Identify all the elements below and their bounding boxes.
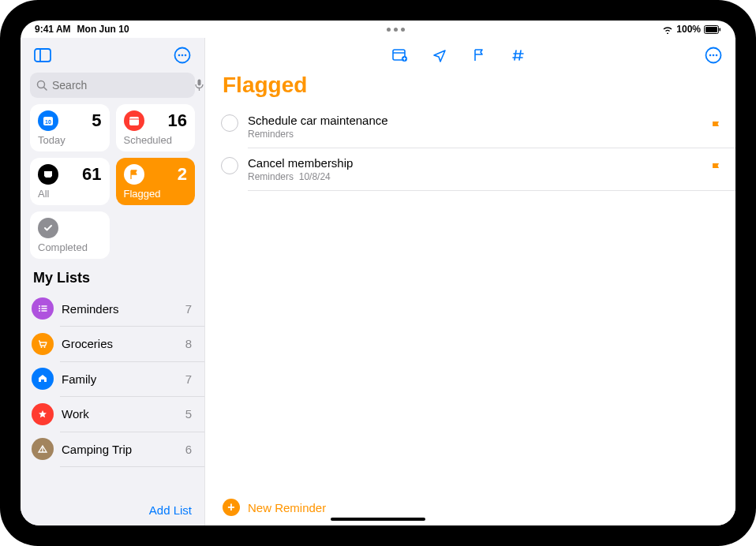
svg-point-17 — [39, 305, 40, 307]
flagged-count: 2 — [178, 164, 187, 185]
calendar-add-icon[interactable] — [389, 44, 411, 66]
svg-text:10: 10 — [45, 119, 51, 125]
svg-point-30 — [709, 54, 712, 57]
new-reminder-label: New Reminder — [248, 501, 326, 514]
inbox-icon — [38, 164, 58, 185]
flag-icon — [124, 164, 144, 185]
list-item[interactable]: Family 7 — [21, 361, 204, 396]
cart-icon — [32, 333, 54, 355]
flagged-label: Flagged — [124, 188, 188, 200]
multitask-dots[interactable] — [384, 28, 408, 32]
list-name: Family — [62, 372, 178, 386]
sidebar-toggle-button[interactable] — [32, 44, 54, 66]
page-title: Flagged — [205, 69, 735, 106]
plus-icon: + — [223, 499, 240, 516]
smart-list-flagged[interactable]: 2 Flagged — [116, 158, 196, 205]
battery-percent: 100% — [676, 24, 701, 35]
search-icon — [36, 80, 47, 91]
list-name: Camping Trip — [62, 443, 178, 456]
svg-point-32 — [716, 54, 718, 57]
list-count: 6 — [185, 443, 192, 456]
status-bar: 9:41 AM Mon Jun 10 100% — [21, 21, 735, 38]
sidebar: 10 5 Today 16 Scheduled — [21, 38, 205, 525]
flag-icon — [710, 121, 721, 133]
reminder-title: Cancel membership — [248, 156, 701, 170]
reminder-checkbox[interactable] — [221, 114, 238, 132]
tent-icon — [32, 438, 54, 460]
mic-icon[interactable] — [195, 79, 204, 92]
list-count: 5 — [185, 407, 192, 421]
search-input[interactable] — [52, 79, 190, 92]
battery-icon — [704, 25, 721, 34]
flag-icon — [710, 163, 721, 175]
status-time: 9:41 AM — [35, 24, 71, 35]
sidebar-more-button[interactable] — [171, 44, 193, 66]
today-label: Today — [38, 134, 102, 146]
reminder-row[interactable]: Schedule car maintenance Reminders — [205, 106, 735, 148]
all-label: All — [38, 188, 102, 200]
svg-rect-3 — [35, 49, 51, 62]
flag-toolbar-icon[interactable] — [468, 44, 490, 66]
reminders-list: Schedule car maintenance Reminders — [205, 106, 735, 489]
svg-rect-1 — [705, 27, 717, 32]
svg-line-10 — [44, 88, 47, 91]
main-panel: Flagged Schedule car maintenance Reminde… — [205, 38, 735, 525]
reminder-checkbox[interactable] — [221, 157, 238, 174]
smart-list-scheduled[interactable]: 16 Scheduled — [116, 104, 196, 151]
list-count: 7 — [185, 302, 192, 316]
my-lists-header: My Lists — [21, 259, 204, 291]
svg-point-6 — [178, 54, 181, 57]
reminder-subtitle: Reminders — [248, 129, 701, 140]
svg-point-7 — [182, 54, 184, 57]
list-name: Work — [62, 407, 178, 421]
svg-rect-11 — [198, 80, 201, 86]
calendar-icon — [124, 110, 144, 131]
smart-list-completed[interactable]: Completed — [30, 211, 110, 259]
list-count: 8 — [185, 337, 192, 350]
reminder-title: Schedule car maintenance — [248, 114, 701, 127]
status-date: Mon Jun 10 — [77, 24, 129, 35]
list-count: 7 — [185, 372, 192, 386]
add-list-button[interactable]: Add List — [149, 503, 192, 517]
location-icon[interactable] — [429, 44, 451, 66]
svg-point-19 — [39, 308, 40, 309]
svg-point-23 — [41, 346, 43, 348]
list-item[interactable]: Camping Trip 6 — [21, 432, 204, 466]
scheduled-label: Scheduled — [124, 134, 188, 146]
smart-list-all[interactable]: 61 All — [30, 158, 110, 205]
svg-point-31 — [713, 54, 715, 57]
checkmark-icon — [38, 218, 58, 238]
home-indicator[interactable] — [331, 518, 425, 521]
list-item[interactable]: Reminders 7 — [21, 291, 204, 326]
reminder-row[interactable]: Cancel membership Reminders 10/8/24 — [205, 148, 735, 190]
smart-list-today[interactable]: 10 5 Today — [30, 104, 110, 151]
house-icon — [32, 368, 54, 390]
calendar-today-icon: 10 — [38, 110, 58, 131]
list-item[interactable]: Groceries 8 — [21, 327, 204, 361]
list-item[interactable]: Work 5 — [21, 397, 204, 432]
svg-rect-15 — [129, 117, 139, 125]
scheduled-count: 16 — [168, 110, 187, 131]
reminder-subtitle: Reminders 10/8/24 — [248, 171, 701, 182]
completed-label: Completed — [38, 241, 102, 253]
wifi-icon — [662, 25, 673, 34]
my-lists: Reminders 7 Groceries 8 — [21, 291, 204, 496]
list-name: Reminders — [62, 302, 178, 316]
search-field[interactable] — [30, 73, 195, 98]
svg-rect-2 — [719, 28, 720, 31]
new-reminder-button[interactable]: + New Reminder — [205, 489, 735, 525]
svg-point-21 — [39, 310, 40, 312]
today-count: 5 — [92, 110, 101, 131]
hashtag-icon[interactable] — [507, 44, 530, 66]
all-count: 61 — [82, 164, 101, 185]
list-name: Groceries — [62, 337, 178, 350]
svg-point-24 — [44, 346, 46, 348]
star-icon — [32, 403, 54, 425]
svg-point-8 — [185, 54, 187, 57]
list-bullets-icon — [32, 297, 54, 320]
main-more-button[interactable] — [702, 44, 724, 66]
